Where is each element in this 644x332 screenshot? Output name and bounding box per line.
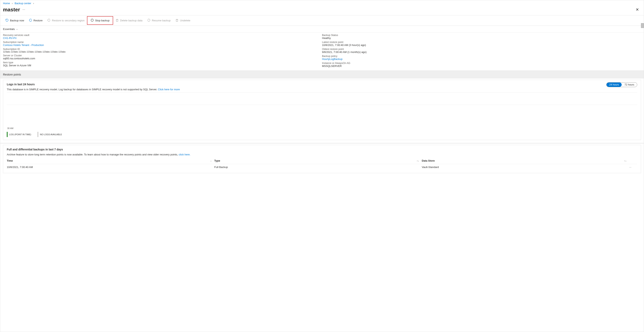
logs-chart (7, 105, 637, 125)
undelete-button: Undelete (173, 17, 193, 24)
status-label: Backup Status (322, 34, 641, 37)
logs-card: 24 hours 72 hours Logs in last 24 hours … (3, 80, 641, 140)
chevron-up-icon: ︿ (16, 28, 18, 31)
item-type-value: SQL Server in Azure VM (3, 64, 322, 67)
svg-point-0 (91, 19, 93, 21)
full-backups-card: Full and differential backups in last 7 … (3, 145, 641, 173)
policy-label: Backup policy (322, 55, 641, 58)
legend-log: LOG (POINT IN TIME) (7, 132, 31, 137)
instance-label: Instance or AlwaysOn AG (322, 62, 641, 65)
svg-line-1 (91, 19, 93, 21)
restore-points-heading: Restore points (3, 73, 641, 76)
backup-now-button[interactable]: Backup now (3, 17, 26, 24)
subscription-id-label: Subscription ID (3, 48, 322, 51)
cell-datastore: Vault-Standard (422, 165, 629, 169)
scrollbar-thumb[interactable] (641, 23, 644, 28)
range-72h[interactable]: 72 hours (622, 83, 637, 87)
server-label: Server or Cluster (3, 54, 322, 57)
toolbar: Backup now Restore Restore to secondary … (0, 15, 644, 26)
restore-secondary-button: Restore to secondary region (45, 17, 87, 24)
cell-time: 10/8/2021, 7:00:40 AM (7, 165, 214, 169)
breadcrumb-home[interactable]: Home (3, 2, 10, 5)
subscription-name-link[interactable]: Contoso Hotels Tenant - Production (3, 44, 322, 47)
backup-icon (6, 19, 8, 22)
range-toggle[interactable]: 24 hours 72 hours (606, 82, 637, 87)
latest-restore-value: 10/8/2021, 7:00:40 AM (3 hour(s) ago) (322, 44, 641, 47)
undelete-icon (175, 19, 178, 22)
resume-backup-button: Resume backup (145, 17, 173, 24)
resume-icon (147, 19, 150, 22)
breadcrumb: Home › Backup center › (0, 0, 644, 6)
vault-link[interactable]: CH1-RV-Pri (3, 37, 322, 40)
restore-icon (29, 19, 32, 22)
sort-icon: ↑↓ (624, 159, 626, 162)
logs-title: Logs in last 24 hours (7, 83, 637, 86)
restore-button[interactable]: Restore (26, 17, 45, 24)
legend-none: NO LOGS AVAILABLE (38, 132, 62, 137)
server-value: sql00.na.contosohotels.com (3, 57, 322, 60)
svg-rect-2 (116, 20, 118, 21)
status-value: Healthy (322, 37, 641, 40)
legend-bar-gray (38, 132, 38, 137)
latest-restore-label: Latest restore point (322, 41, 641, 44)
legend-bar-green (7, 132, 8, 137)
subscription-name-label: Subscription name (3, 41, 322, 44)
stop-icon (90, 19, 94, 22)
delete-icon (116, 19, 119, 22)
logs-info-link[interactable]: Click here for more (158, 88, 180, 91)
delete-backup-button: Delete backup data (113, 17, 145, 24)
full-backups-info: Archive feature to store long term reten… (7, 153, 637, 156)
table-row[interactable]: 10/8/2021, 7:00:40 AM Full Backup Vault-… (7, 164, 637, 170)
full-backups-link[interactable]: click here. (179, 153, 190, 156)
range-24h[interactable]: 24 hours (606, 83, 622, 87)
table-header: Time ↓ Type ↑↓ Data Store ↑↓ (7, 157, 637, 164)
vault-label: Recovery services vault (3, 34, 322, 37)
cell-type: Full Backup (214, 165, 422, 169)
instance-value: MSSQLSERVER (322, 65, 641, 68)
page-title: master (3, 7, 20, 13)
col-datastore[interactable]: Data Store ↑↓ (422, 159, 629, 162)
sort-icon: ↑↓ (417, 159, 419, 162)
item-type-label: Item type (3, 61, 322, 64)
col-time[interactable]: Time ↓ (7, 159, 214, 162)
essentials-panel: Recovery services vault CH1-RV-Pri Subsc… (0, 33, 644, 71)
logs-info: This database is in SIMPLE recovery mode… (7, 88, 637, 91)
stop-backup-button[interactable]: Stop backup (88, 17, 112, 24)
breadcrumb-backup-center[interactable]: Backup center (14, 2, 31, 5)
oldest-restore-value: 9/8/2021, 7:00:40 AM (1 month(s) ago) (322, 51, 641, 54)
sort-desc-icon: ↓ (210, 159, 212, 162)
svg-rect-5 (176, 20, 178, 21)
policy-link[interactable]: HourlyLogBackup (322, 58, 641, 61)
row-more-button[interactable]: ··· (629, 165, 637, 169)
restore-secondary-icon (47, 19, 50, 22)
subscription-id-value: 123abc-123abc-123abc-123abc-123abc-123ab… (3, 51, 322, 53)
highlight-rect: Stop backup (87, 16, 113, 25)
close-button[interactable]: ✕ (634, 7, 641, 13)
col-type[interactable]: Type ↑↓ (214, 159, 422, 162)
more-icon[interactable]: ··· (22, 8, 25, 11)
oldest-restore-label: Oldest restore point (322, 48, 641, 51)
essentials-toggle[interactable]: Essentials ︿ (0, 26, 644, 33)
full-backups-title: Full and differential backups in last 7 … (7, 148, 637, 151)
chart-axis-label: 30 AM (7, 127, 637, 129)
